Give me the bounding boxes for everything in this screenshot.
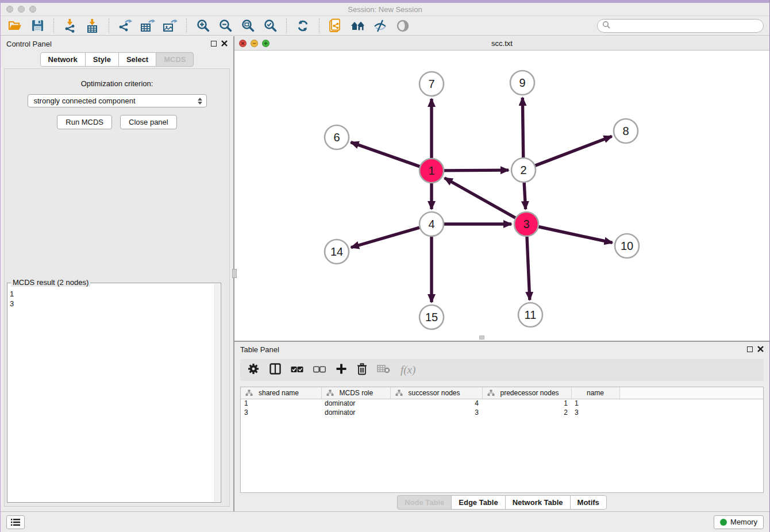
optimization-criterion-select[interactable]: strongly connected component xyxy=(28,94,207,107)
graph-node-14: 14 xyxy=(325,240,349,264)
refresh-icon[interactable] xyxy=(294,18,311,34)
open-folder-icon[interactable] xyxy=(6,18,24,34)
column-header-shared-name[interactable]: shared name xyxy=(241,387,321,399)
network-hscrollbar-thumb[interactable] xyxy=(479,336,484,340)
tab-style[interactable]: Style xyxy=(85,52,119,67)
float-panel-icon[interactable] xyxy=(747,346,753,352)
network-canvas[interactable]: 7968124314101511 xyxy=(234,51,769,341)
network-graph: 7968124314101511 xyxy=(234,51,769,341)
tab-network[interactable]: Network xyxy=(40,52,86,67)
tab-network-table[interactable]: Network Table xyxy=(505,495,571,510)
mcds-result-groupbox: MCDS result (2 nodes) 1 3 xyxy=(7,283,221,503)
control-panel: Control Panel Network Style Select MCDS … xyxy=(1,36,234,511)
svg-text:14: 14 xyxy=(330,245,343,258)
table-row[interactable]: 3dominator323 xyxy=(241,408,763,417)
export-image-icon[interactable] xyxy=(161,18,179,34)
graph-node-15: 15 xyxy=(419,305,444,329)
add-icon[interactable] xyxy=(336,363,347,377)
network-title: scc.txt xyxy=(234,39,769,48)
window-titlebar: Session: New Session xyxy=(1,3,769,16)
network-window-titlebar: scc.txt xyxy=(234,36,769,51)
table-tabs: Node Table Edge Table Network Table Moti… xyxy=(234,493,769,511)
table-panel-title: Table Panel xyxy=(240,345,279,354)
run-mcds-button[interactable]: Run MCDS xyxy=(57,115,112,129)
search-input[interactable] xyxy=(613,22,759,30)
float-panel-icon[interactable] xyxy=(211,41,217,47)
tab-motifs[interactable]: Motifs xyxy=(570,495,607,510)
zoom-out-icon[interactable] xyxy=(217,18,234,34)
control-panel-tabs: Network Style Select MCDS xyxy=(1,52,233,67)
houses-icon[interactable] xyxy=(349,18,367,34)
save-icon[interactable] xyxy=(29,18,46,34)
tab-mcds[interactable]: MCDS xyxy=(156,52,194,67)
memory-button[interactable]: Memory xyxy=(714,515,764,529)
toolbar-separator xyxy=(109,18,109,33)
toolbar-separator xyxy=(186,18,187,33)
memory-label: Memory xyxy=(730,518,757,526)
svg-text:8: 8 xyxy=(622,125,629,137)
mcds-result-text[interactable]: 1 3 xyxy=(10,289,214,501)
svg-text:3: 3 xyxy=(523,218,529,230)
column-header-mcds-role[interactable]: MCDS role xyxy=(321,387,390,399)
graph-node-4: 4 xyxy=(419,212,444,236)
control-panel-header: Control Panel xyxy=(1,36,233,51)
graph-node-3: 3 xyxy=(514,212,538,236)
import-table-icon[interactable] xyxy=(84,18,101,34)
trash-icon[interactable] xyxy=(357,363,367,377)
zoom-selected-icon[interactable] xyxy=(261,18,279,34)
control-panel-title: Control Panel xyxy=(6,40,52,48)
close-panel-icon[interactable] xyxy=(757,344,764,354)
mcds-result-title: MCDS result (2 nodes) xyxy=(11,278,90,287)
clone-network-icon[interactable] xyxy=(327,18,344,34)
graph-node-6: 6 xyxy=(325,125,349,149)
node-table[interactable]: shared name MCDS role successor nodes pr… xyxy=(240,387,764,493)
dropdown-stepper-icon xyxy=(196,96,204,106)
search-field[interactable] xyxy=(597,19,764,33)
column-header-predecessor-nodes[interactable]: predecessor nodes xyxy=(482,387,571,399)
application-window: Session: New Session Control xyxy=(0,0,770,532)
graph-node-1: 1 xyxy=(419,159,444,183)
graph-node-10: 10 xyxy=(615,234,639,258)
deselect-all-checkboxes-icon[interactable] xyxy=(313,365,326,375)
result-scrollbar[interactable] xyxy=(214,284,220,502)
mcds-panel: Optimization criterion: strongly connect… xyxy=(4,68,230,507)
column-header-filler xyxy=(619,387,763,399)
table-panel-header: Table Panel xyxy=(234,342,769,357)
column-header-name[interactable]: name xyxy=(571,387,619,399)
close-panel-icon[interactable] xyxy=(221,38,228,49)
svg-text:6: 6 xyxy=(333,131,340,144)
export-table-icon[interactable] xyxy=(139,18,156,34)
zoom-fit-content-icon[interactable] xyxy=(239,18,256,34)
main-toolbar xyxy=(1,16,769,36)
select-all-checkboxes-icon[interactable] xyxy=(291,365,303,375)
toolbar-separator xyxy=(53,18,54,33)
tab-select[interactable]: Select xyxy=(118,52,156,67)
table-row[interactable]: 1dominator411 xyxy=(241,399,763,408)
close-panel-button[interactable]: Close panel xyxy=(120,115,177,129)
gear-icon[interactable] xyxy=(247,363,260,377)
graph-node-7: 7 xyxy=(419,72,444,96)
toolbar-separator xyxy=(319,18,319,33)
svg-text:2: 2 xyxy=(520,164,526,176)
graph-node-9: 9 xyxy=(510,71,534,95)
import-network-icon[interactable] xyxy=(61,18,79,34)
svg-text:1: 1 xyxy=(428,164,434,177)
svg-text:15: 15 xyxy=(425,311,438,323)
columns-icon[interactable] xyxy=(270,363,281,377)
zoom-in-icon[interactable] xyxy=(194,18,211,34)
tab-node-table[interactable]: Node Table xyxy=(397,495,452,510)
eye-slash-icon[interactable] xyxy=(372,18,389,34)
svg-text:11: 11 xyxy=(525,309,537,321)
column-header-successor-nodes[interactable]: successor nodes xyxy=(390,387,482,399)
tab-edge-table[interactable]: Edge Table xyxy=(451,495,505,510)
task-history-button[interactable] xyxy=(6,515,25,529)
table-body: 1dominator4113dominator323 xyxy=(241,399,763,417)
toolbar-separator xyxy=(286,18,287,33)
graph-node-2: 2 xyxy=(511,158,536,182)
graph-node-8: 8 xyxy=(614,119,638,143)
dropdown-value: strongly connected component xyxy=(34,97,136,105)
svg-text:9: 9 xyxy=(519,76,525,89)
splitter-handle[interactable] xyxy=(232,269,237,278)
export-network-icon[interactable] xyxy=(117,18,134,34)
svg-text:4: 4 xyxy=(428,218,434,230)
